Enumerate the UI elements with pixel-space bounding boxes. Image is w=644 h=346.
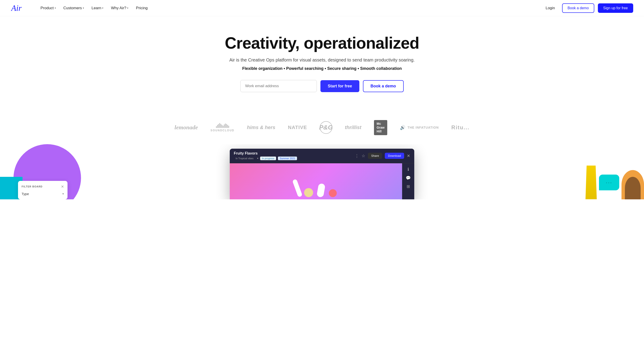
demo-title-left: Fruity Flavors In Tropical vibes • In pr… — [234, 151, 297, 160]
nav-item-pricing[interactable]: Pricing — [133, 4, 151, 12]
product-item-4 — [329, 189, 337, 197]
email-input[interactable] — [240, 80, 317, 92]
logo-native: NATIVE — [288, 125, 307, 130]
demo-path-tag: In Tropical vibes — [234, 157, 255, 160]
svg-text:Air: Air — [11, 4, 22, 12]
logo-thrillist: thrillist — [345, 125, 362, 130]
chevron-down-icon: ▾ — [62, 192, 64, 196]
hero-features: Flexible organization • Powerful searchi… — [11, 66, 633, 71]
demo-window: Fruity Flavors In Tropical vibes • In pr… — [230, 149, 414, 199]
right-decorative-elements: ··· — [586, 166, 644, 199]
soundcloud-waves-icon — [216, 123, 229, 128]
demo-title-tags: In Tropical vibes • In progress Summer 2… — [234, 156, 297, 160]
logo-soundcloud: SOUNDCLOUD — [210, 123, 234, 132]
star-icon[interactable]: ☆ — [362, 153, 365, 158]
filter-board: FILTER BOARD ✕ Type ▾ — [18, 181, 68, 199]
logos-section: lemonade SOUNDCLOUD hims & hers NATIVE P… — [0, 115, 644, 144]
logo-ritual: Ritu... — [452, 124, 470, 131]
info-icon[interactable]: ℹ — [408, 167, 409, 172]
nav-item-why-air[interactable]: Why Air? ▾ — [108, 4, 132, 12]
start-free-button[interactable]: Start for free — [320, 80, 359, 92]
more-options-icon[interactable]: ⋮ — [355, 153, 359, 158]
demo-summer-tag: Summer 2021 — [278, 157, 297, 160]
filter-board-close-button[interactable]: ✕ — [61, 184, 64, 189]
utensil-decoration — [586, 166, 597, 199]
product-item-2 — [304, 188, 313, 197]
share-button[interactable]: Share — [368, 153, 382, 159]
avatar-body — [625, 177, 640, 199]
logo-lemonade: lemonade — [174, 124, 198, 131]
chevron-down-icon: ▾ — [55, 7, 56, 9]
nav-links: Product ▾ Customers ▾ Learn ▾ Why Air? ▾… — [37, 4, 542, 12]
grid-icon[interactable]: ⊞ — [406, 184, 410, 189]
chat-bubble: ··· — [599, 175, 619, 193]
logo-pg: P&G — [320, 121, 332, 134]
user-avatar — [622, 170, 644, 199]
hero-title: Creativity, operationalized — [11, 34, 633, 52]
download-button[interactable]: Download — [385, 153, 404, 159]
logo-infatuation: 🔊 THE INFATUATION — [400, 125, 439, 130]
comment-icon[interactable]: 💬 — [406, 175, 411, 180]
demo-image-area — [230, 163, 402, 199]
close-icon[interactable]: ✕ — [407, 153, 410, 158]
product-item-1 — [292, 179, 302, 197]
demo-content: ℹ 💬 ⊞ — [230, 163, 414, 199]
book-demo-hero-button[interactable]: Book a demo — [363, 80, 404, 92]
filter-type-label: Type — [22, 192, 29, 196]
logo[interactable]: Air — [11, 3, 26, 13]
nav-item-product[interactable]: Product ▾ — [37, 4, 59, 12]
filter-board-header: FILTER BOARD ✕ — [22, 184, 64, 189]
demo-section: FILTER BOARD ✕ Type ▾ Fruity Flavors In … — [0, 144, 644, 199]
hero-subtitle: Air is the Creative Ops platform for vis… — [11, 58, 633, 63]
signup-button[interactable]: Sign up for free — [598, 4, 633, 13]
chat-dots-icon: ··· — [606, 179, 612, 186]
filter-type-row: Type ▾ — [22, 192, 64, 196]
demo-inprogress-tag: In progress — [260, 157, 276, 160]
nav-actions: Login Book a demo Sign up for free — [542, 4, 633, 13]
chevron-down-icon: ▾ — [102, 7, 103, 9]
demo-title-right: ⋮ ☆ Share Download ✕ — [355, 153, 410, 159]
hero-section: Creativity, operationalized Air is the C… — [0, 16, 644, 115]
demo-path-separator: • — [257, 156, 258, 160]
logo-mcgraw: McGrawHill — [374, 120, 387, 135]
hero-cta: Start for free Book a demo — [11, 80, 633, 92]
filter-board-title: FILTER BOARD — [22, 185, 42, 188]
navbar: Air Product ▾ Customers ▾ Learn ▾ Why Ai… — [0, 0, 644, 16]
chevron-down-icon: ▾ — [127, 7, 128, 9]
nav-item-learn[interactable]: Learn ▾ — [88, 4, 106, 12]
nav-item-customers[interactable]: Customers ▾ — [60, 4, 87, 12]
product-item-3 — [316, 183, 326, 197]
demo-sidebar-icons: ℹ 💬 ⊞ — [402, 163, 414, 199]
demo-titlebar: Fruity Flavors In Tropical vibes • In pr… — [230, 149, 414, 163]
demo-file-title: Fruity Flavors — [234, 151, 297, 155]
login-button[interactable]: Login — [542, 4, 559, 12]
chevron-down-icon: ▾ — [83, 7, 84, 9]
logo-hims: hims & hers — [247, 125, 276, 130]
book-demo-nav-button[interactable]: Book a demo — [562, 4, 594, 13]
product-items — [295, 179, 337, 199]
